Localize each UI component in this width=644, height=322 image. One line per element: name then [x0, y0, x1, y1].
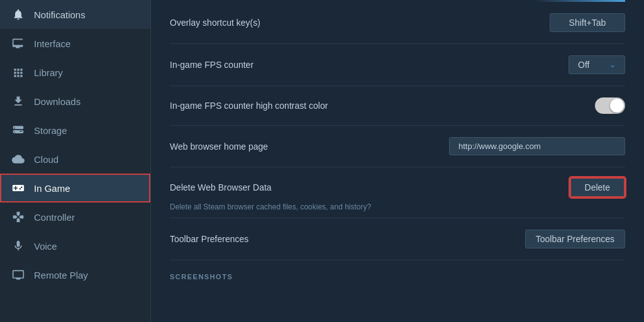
grid-icon	[11, 65, 25, 79]
fps-contrast-row: In-game FPS counter high contrast color	[170, 86, 625, 126]
sidebar-item-ingame[interactable]: In Game	[0, 174, 150, 203]
ingame-icon	[11, 181, 25, 195]
sidebar-item-downloads-label: Downloads	[34, 96, 80, 107]
overlay-shortcut-value: Shift+Tab	[550, 13, 625, 32]
chevron-down-icon: ⌄	[609, 60, 616, 69]
browser-home-label: Web browser home page	[170, 142, 449, 152]
storage-icon	[11, 123, 25, 137]
sidebar-item-voice[interactable]: Voice	[0, 231, 150, 260]
fps-counter-value: Off	[578, 60, 589, 70]
controller-icon	[11, 210, 25, 224]
sidebar-item-controller[interactable]: Controller	[0, 203, 150, 231]
fps-contrast-toggle[interactable]	[595, 97, 625, 114]
fps-counter-dropdown[interactable]: Off ⌄	[569, 55, 625, 74]
toggle-knob	[610, 99, 624, 113]
mic-icon	[11, 239, 25, 253]
sidebar-item-voice-label: Voice	[34, 241, 57, 252]
remoteplay-icon	[11, 268, 25, 282]
sidebar-item-controller-label: Controller	[34, 212, 75, 223]
sidebar-item-interface-label: Interface	[34, 38, 70, 49]
overlay-shortcut-label: Overlay shortcut key(s)	[170, 18, 550, 28]
cloud-icon	[11, 152, 25, 166]
sidebar-item-remoteplay[interactable]: Remote Play	[0, 260, 150, 289]
bell-icon	[11, 8, 25, 21]
delete-browser-label: Delete Web Browser Data	[170, 182, 272, 192]
main-content: Overlay shortcut key(s) Shift+Tab In-gam…	[151, 0, 644, 322]
sidebar-item-notifications[interactable]: Notifications	[0, 0, 150, 29]
sidebar-item-interface[interactable]: Interface	[0, 29, 150, 58]
sidebar-item-storage-label: Storage	[34, 125, 67, 136]
toolbar-preferences-button[interactable]: Toolbar Preferences	[525, 230, 625, 248]
download-icon	[11, 94, 25, 108]
overlay-shortcut-row: Overlay shortcut key(s) Shift+Tab	[170, 2, 625, 44]
toolbar-label: Toolbar Preferences	[170, 234, 525, 244]
browser-home-value[interactable]: http://www.google.com	[449, 137, 625, 155]
sidebar-item-cloud[interactable]: Cloud	[0, 145, 150, 174]
toolbar-row: Toolbar Preferences Toolbar Preferences	[170, 218, 625, 260]
fps-contrast-label: In-game FPS counter high contrast color	[170, 101, 595, 111]
screenshots-section-header: SCREENSHOTS	[170, 260, 625, 286]
sidebar-item-library-label: Library	[34, 67, 63, 78]
sidebar: Notifications Interface Library Download…	[0, 0, 151, 322]
delete-button[interactable]: Delete	[570, 177, 625, 197]
browser-home-row: Web browser home page http://www.google.…	[170, 126, 625, 167]
sidebar-item-remoteplay-label: Remote Play	[34, 270, 88, 280]
sidebar-item-storage[interactable]: Storage	[0, 116, 150, 145]
delete-browser-row: Delete Web Browser Data Delete Delete al…	[170, 167, 625, 218]
sidebar-item-ingame-label: In Game	[34, 183, 70, 194]
sidebar-item-downloads[interactable]: Downloads	[0, 87, 150, 116]
sidebar-item-library[interactable]: Library	[0, 58, 150, 87]
fps-counter-label: In-game FPS counter	[170, 60, 569, 70]
monitor-icon	[11, 36, 25, 50]
sidebar-item-cloud-label: Cloud	[34, 154, 58, 165]
fps-counter-row: In-game FPS counter Off ⌄	[170, 44, 625, 86]
sidebar-item-notifications-label: Notifications	[34, 9, 86, 20]
delete-browser-sublabel: Delete all Steam browser cached files, c…	[170, 203, 625, 211]
